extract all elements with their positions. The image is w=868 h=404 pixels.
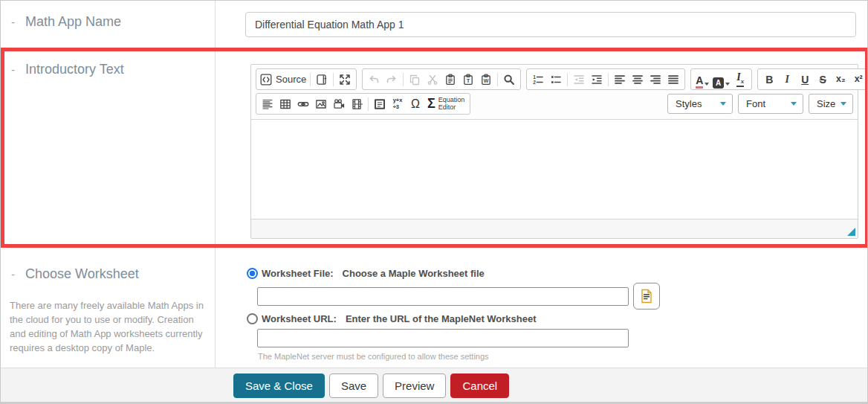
editor-content-area[interactable]: [251, 120, 858, 219]
toolbar-separator: [310, 73, 311, 86]
toolbar-separator: [567, 73, 568, 86]
styles-dropdown[interactable]: Styles: [667, 94, 733, 114]
worksheet-url-hint: Enter the URL of the MapleNet Worksheet: [346, 313, 537, 324]
collapse-marker-icon[interactable]: -: [11, 268, 15, 280]
math-button[interactable]: y+x÷3: [389, 95, 407, 113]
link-icon: [297, 98, 309, 110]
worksheet-file-hint: Choose a Maple Worksheet file: [343, 268, 485, 279]
toolbar-separator: [368, 97, 369, 111]
save-and-close-button[interactable]: Save & Close: [233, 373, 325, 398]
worksheet-file-input[interactable]: [257, 287, 629, 306]
flash-button[interactable]: [330, 95, 348, 113]
toolbar-row-1: Source: [256, 68, 853, 91]
redo-button[interactable]: [383, 71, 401, 89]
toolbar-row-2: y+x÷3 Ω Σ EquationEditor: [256, 92, 853, 115]
image-button[interactable]: [312, 95, 330, 113]
video-button[interactable]: [348, 95, 366, 113]
numbered-list-icon: 1 2: [532, 74, 544, 86]
templates-button[interactable]: [313, 71, 331, 89]
iframe-button[interactable]: [371, 95, 389, 113]
decrease-indent-button[interactable]: [570, 71, 588, 89]
background-color-button[interactable]: A: [711, 71, 731, 89]
italic-button[interactable]: I: [778, 71, 796, 89]
justify-button[interactable]: [664, 71, 682, 89]
table-button[interactable]: [276, 95, 294, 113]
link-button[interactable]: [294, 95, 312, 113]
source-button-label: Source: [276, 74, 306, 85]
strikethrough-icon: S: [820, 74, 826, 85]
toolbar-group-colors: A A Ix: [690, 68, 752, 90]
align-right-icon: [650, 74, 661, 86]
paste-button[interactable]: [441, 71, 459, 89]
cut-icon: [427, 74, 438, 86]
equation-editor-button[interactable]: Σ EquationEditor: [424, 96, 467, 112]
maximize-icon: [339, 74, 351, 86]
svg-text:W: W: [484, 78, 489, 83]
collapse-marker-icon[interactable]: -: [11, 63, 15, 76]
subscript-button[interactable]: x₂: [832, 71, 849, 89]
chevron-down-icon: [725, 83, 730, 86]
math-app-name-input[interactable]: [245, 12, 856, 37]
choose-worksheet-row: - Choose Worksheet There are many freely…: [1, 247, 867, 368]
worksheet-file-radio[interactable]: [247, 268, 258, 279]
preview-button[interactable]: Preview: [383, 373, 446, 398]
iframe-icon: [374, 98, 386, 110]
choose-worksheet-description: There are many freely available Math App…: [10, 299, 207, 355]
numbered-list-button[interactable]: 1 2: [529, 71, 547, 89]
table-icon: [279, 98, 291, 110]
subscript-icon: x₂: [836, 74, 846, 84]
underline-button[interactable]: U: [796, 71, 814, 89]
collapse-marker-icon[interactable]: -: [11, 16, 15, 28]
copy-button[interactable]: [406, 71, 424, 89]
paste-from-word-button[interactable]: W: [477, 71, 495, 89]
align-left-button[interactable]: [611, 71, 629, 89]
save-button[interactable]: Save: [329, 373, 378, 398]
introductory-text-label-cell: - Introductory Text: [1, 48, 216, 247]
align-right-button[interactable]: [647, 71, 664, 89]
worksheet-url-radio[interactable]: [247, 313, 258, 324]
toolbar-separator: [608, 73, 609, 86]
image-icon: [315, 98, 327, 110]
outdent-icon: [573, 74, 585, 86]
worksheet-file-option[interactable]: Worksheet File: Choose a Maple Worksheet…: [247, 268, 485, 279]
browse-file-button[interactable]: [633, 283, 660, 310]
text-color-button[interactable]: A: [693, 71, 711, 89]
superscript-icon: x²: [855, 74, 863, 84]
worksheet-url-input[interactable]: [257, 329, 629, 347]
chevron-down-icon: [791, 102, 797, 106]
bold-button[interactable]: B: [760, 71, 778, 89]
copy-icon: [409, 74, 421, 86]
superscript-button[interactable]: x²: [849, 71, 867, 89]
chevron-down-icon: [705, 83, 709, 86]
sigma-icon: Σ: [427, 96, 435, 112]
templates-icon: [316, 74, 328, 86]
worksheet-url-option[interactable]: Worksheet URL: Enter the URL of the Mapl…: [247, 313, 537, 324]
svg-text:2: 2: [534, 80, 537, 85]
omega-icon: Ω: [411, 97, 420, 111]
remove-format-button[interactable]: Ix: [731, 71, 749, 89]
math-app-name-content-cell: [216, 1, 867, 48]
footer-buttons: Save & Close Save Preview Cancel: [233, 373, 509, 398]
flash-icon: [333, 98, 345, 110]
justify-icon: [667, 74, 679, 86]
source-button[interactable]: Source: [259, 71, 308, 89]
font-dropdown[interactable]: Font: [738, 94, 803, 114]
styles-dropdown-label: Styles: [676, 98, 702, 109]
size-dropdown[interactable]: Size: [809, 94, 853, 114]
align-center-button[interactable]: [629, 71, 647, 89]
cut-button[interactable]: [424, 71, 441, 89]
special-character-button[interactable]: Ω: [407, 95, 424, 113]
horizontal-line-button[interactable]: [259, 95, 276, 113]
increase-indent-button[interactable]: [588, 71, 606, 89]
background-color-icon: A: [713, 77, 724, 89]
footer-bar: Save & Close Save Preview Cancel: [1, 368, 867, 402]
strikethrough-button[interactable]: S: [814, 71, 832, 89]
paste-plain-text-button[interactable]: T: [459, 71, 477, 89]
resize-handle-icon[interactable]: [847, 228, 855, 236]
math-app-editor-page: - Math App Name - Introductory Text: [0, 0, 868, 404]
maximize-button[interactable]: [336, 71, 354, 89]
cancel-button[interactable]: Cancel: [450, 373, 509, 398]
undo-button[interactable]: [365, 71, 383, 89]
bulleted-list-button[interactable]: [547, 71, 565, 89]
find-button[interactable]: [500, 71, 518, 89]
